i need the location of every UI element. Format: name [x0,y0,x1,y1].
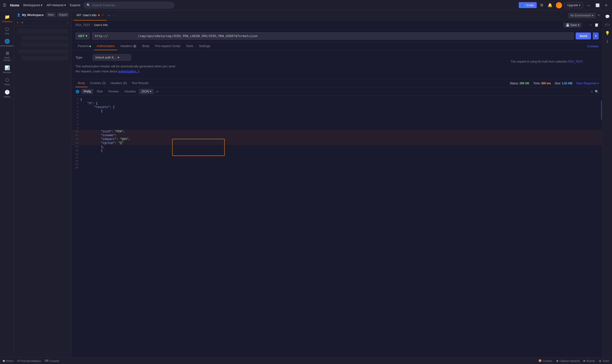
bottom-bar: Online ⇄ Find and Replace ⌨ Console 🍪 Co… [0,357,612,364]
copy-icon[interactable]: ⎘ [591,90,593,93]
tab-headers[interactable]: Headers8 [118,42,139,50]
panel-toolbar: + ≡ ··· [14,19,71,26]
save-button[interactable]: 💾 Save ▾ [563,23,582,28]
topbar-left: ☰ Home Workspaces ▾ API Network ▾ Explor… [3,3,81,7]
sidebar-label-monitors: Monitors [3,71,11,74]
maximize-icon[interactable]: ⬜ [594,2,601,8]
settings-icon[interactable]: ⚙ [539,2,544,8]
environment-icon[interactable]: 👁 [598,14,600,17]
add-tab-icon[interactable]: + [107,13,112,18]
auth-type-selector[interactable]: Inherit auth fr... ▾ [93,54,131,61]
invite-icon: 👥 [522,3,525,7]
api-network-button[interactable]: API Network ▾ [46,3,66,7]
globe-icon: 🌐 [76,90,79,93]
upgrade-button[interactable]: Upgrade ▾ [564,2,583,8]
tab-close-icon[interactable]: ✕ [102,14,104,17]
invite-button[interactable]: 👥 Invite [519,2,537,8]
format-visualize[interactable]: Visualize [122,89,138,94]
more-tabs-icon[interactable]: ··· [112,14,117,17]
trash-button[interactable]: 🗑 Trash [599,359,609,362]
description-icon[interactable]: 📝 [595,23,598,27]
tab-body[interactable]: Body [140,42,152,50]
tabs-right: No Environment ▾ 👁 [568,13,600,18]
tab-settings[interactable]: Settings [196,42,213,50]
main-content: GET User's Info ✕ + ··· No Environment ▾… [72,11,602,357]
comments-icon[interactable]: 💬 [603,13,612,21]
chevron-down-icon: ▾ [150,90,151,93]
format-preview[interactable]: Preview [106,89,121,94]
format-pretty[interactable]: Pretty [81,89,94,94]
minimize-icon[interactable]: — [585,2,592,8]
explore-button[interactable]: Explore [70,3,80,7]
panel-header: 👤 My Workspace New Import [14,11,71,19]
more-options-icon[interactable]: ··· [585,23,587,27]
online-status: Online [3,359,14,362]
collection-name: PDA_TEST [76,23,90,27]
mock-servers-icon: 🖥 [5,51,9,56]
res-tab-cookies[interactable]: Cookies (3) [87,79,108,87]
send-button[interactable]: Send [576,32,591,39]
tabs-bar: GET User's Info ✕ + ··· No Environment ▾… [72,11,602,21]
close-icon[interactable]: ✕ [603,2,609,8]
language-selector[interactable]: JSON ▾ [139,89,153,94]
import-button[interactable]: Import [57,13,69,17]
collections-panel: 👤 My Workspace New Import + ≡ ··· [14,11,72,357]
tab-name: User's Info [83,14,96,17]
send-arrow-button[interactable]: ▾ [593,32,598,39]
chevron-down-icon: ▾ [118,56,119,59]
notification-icon[interactable]: 🔔 [547,2,553,8]
environment-selector[interactable]: No Environment ▾ [568,13,596,18]
edit-icon[interactable]: ✏ [590,23,592,27]
avatar[interactable] [556,2,562,8]
search-icon[interactable]: 🔍 [595,90,598,93]
cookies-button[interactable]: 🍪 Cookies [538,359,552,362]
code-viewer: 1 { 2 "d": { 3 "results": [ 4 { [72,96,602,357]
save-response-button[interactable]: Save Response ▾ [576,82,598,85]
workspaces-button[interactable]: Workspaces ▾ [23,3,42,7]
lightbulb-icon[interactable]: 💡 [603,29,612,37]
code-icon[interactable]: </> [603,21,612,29]
url-input[interactable] [92,32,574,40]
collection-link[interactable]: PDA_TEST [568,60,583,63]
tab-params[interactable]: Params [76,42,93,50]
auth-link[interactable]: authorization ↗ [118,69,140,73]
tab-authorization[interactable]: Authorization [94,42,117,50]
online-dot [3,360,5,362]
breadcrumb: PDA_TEST / User's Info 💾 Save ▾ ··· ✏ 📝 [72,21,602,30]
find-replace-button[interactable]: ⇄ Find and Replace [17,359,41,362]
res-tab-body[interactable]: Body [76,79,87,87]
tab-method: GET [77,14,82,16]
add-icon[interactable]: + [17,21,19,24]
sidebar-item-mock-servers[interactable]: 🖥 Mock Servers [1,49,14,63]
sidebar-item-collections[interactable]: 📁 Collections [1,13,14,25]
code-line: 2 "d": { [72,102,602,105]
menu-icon[interactable]: ☰ [3,3,6,7]
res-tab-headers[interactable]: Headers (9) [108,79,129,87]
sidebar-item-environments[interactable]: 🌐 Environments [1,37,14,49]
format-raw[interactable]: Raw [95,89,105,94]
cookies-link[interactable]: Cookies [587,44,598,48]
vertical-scrollbar[interactable] [601,101,602,120]
sidebar-label-flows: Flows [4,83,10,86]
search-bar[interactable]: 🔍 [83,2,174,9]
home-button[interactable]: Home [10,3,19,7]
console-button[interactable]: ⌨ Console [45,359,59,362]
wrap-icon[interactable]: ⇌ [156,90,159,93]
capture-requests-button[interactable]: ⏺ Capture requests [556,359,580,362]
more-icon[interactable]: ··· [67,21,69,24]
sidebar-item-history[interactable]: 🕐 History [1,88,14,100]
res-tab-test-results[interactable]: Test Results [129,79,151,87]
method-selector[interactable]: GET ▾ [76,32,90,39]
request-tab[interactable]: GET User's Info ✕ [74,11,107,21]
runner-button[interactable]: ▶ Runner [584,359,595,362]
sidebar-item-monitors[interactable]: 📊 Monitors [1,63,14,76]
history-icon: 🕐 [5,90,10,95]
tab-pre-request[interactable]: Pre-request Script [153,42,183,50]
filter-icon[interactable]: ≡ [22,21,23,24]
info-icon[interactable]: ℹ [605,37,610,46]
sidebar-item-flows[interactable]: ⬡ Flows [1,76,14,88]
new-button[interactable]: New [46,13,56,17]
search-input[interactable] [92,3,171,7]
tab-tests[interactable]: Tests [184,42,196,50]
sidebar-item-apis[interactable]: ⬡ APIs [1,25,14,37]
